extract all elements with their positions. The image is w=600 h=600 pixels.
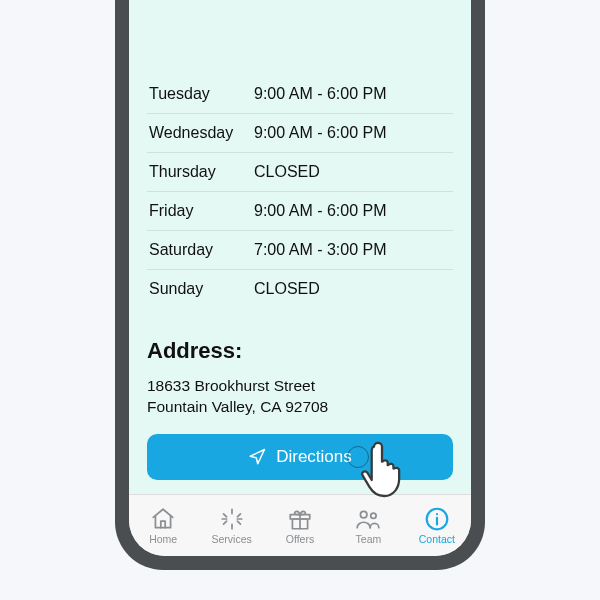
directions-label: Directions: [276, 447, 352, 467]
tab-home[interactable]: Home: [129, 495, 197, 556]
directions-button[interactable]: Directions: [147, 434, 453, 480]
svg-point-7: [436, 513, 438, 515]
tab-label: Contact: [419, 534, 455, 545]
hours-value: 7:00 AM - 3:00 PM: [254, 241, 451, 259]
hours-value: 9:00 AM - 6:00 PM: [254, 124, 451, 142]
hours-day: Wednesday: [149, 124, 254, 142]
hours-value: CLOSED: [254, 163, 451, 181]
services-icon: [219, 506, 245, 532]
hours-list: Tuesday 9:00 AM - 6:00 PM Wednesday 9:00…: [147, 75, 453, 308]
hours-row: Thursday CLOSED: [147, 153, 453, 192]
info-icon: [424, 506, 450, 532]
svg-marker-0: [250, 450, 264, 464]
hours-row: Friday 9:00 AM - 6:00 PM: [147, 192, 453, 231]
tab-offers[interactable]: Offers: [266, 495, 334, 556]
tab-label: Services: [211, 534, 251, 545]
hours-value: 9:00 AM - 6:00 PM: [254, 85, 451, 103]
tab-team[interactable]: Team: [334, 495, 402, 556]
svg-point-3: [361, 512, 368, 519]
hours-day: Saturday: [149, 241, 254, 259]
hours-row: Sunday CLOSED: [147, 270, 453, 308]
screen: Tuesday 9:00 AM - 6:00 PM Wednesday 9:00…: [129, 0, 471, 556]
address-line-2: Fountain Valley, CA 92708: [147, 397, 453, 418]
hours-day: Sunday: [149, 280, 254, 298]
hours-value: CLOSED: [254, 280, 451, 298]
tab-services[interactable]: Services: [197, 495, 265, 556]
address-title: Address:: [147, 338, 453, 364]
hours-day: Thursday: [149, 163, 254, 181]
address-lines: 18633 Brookhurst Street Fountain Valley,…: [147, 376, 453, 418]
hours-day: Friday: [149, 202, 254, 220]
hours-row: Tuesday 9:00 AM - 6:00 PM: [147, 75, 453, 114]
home-icon: [150, 506, 176, 532]
tab-label: Team: [356, 534, 382, 545]
phone-frame: Tuesday 9:00 AM - 6:00 PM Wednesday 9:00…: [115, 0, 485, 570]
hours-day: Tuesday: [149, 85, 254, 103]
svg-point-4: [371, 513, 376, 518]
hours-row: Wednesday 9:00 AM - 6:00 PM: [147, 114, 453, 153]
tab-bar: Home Services Offers: [129, 494, 471, 556]
gift-icon: [287, 506, 313, 532]
navigation-icon: [248, 448, 266, 466]
tab-label: Offers: [286, 534, 314, 545]
tab-label: Home: [149, 534, 177, 545]
team-icon: [355, 506, 381, 532]
address-line-1: 18633 Brookhurst Street: [147, 376, 453, 397]
tab-contact[interactable]: Contact: [403, 495, 471, 556]
contact-content: Tuesday 9:00 AM - 6:00 PM Wednesday 9:00…: [129, 0, 471, 494]
hours-row: Saturday 7:00 AM - 3:00 PM: [147, 231, 453, 270]
hours-value: 9:00 AM - 6:00 PM: [254, 202, 451, 220]
